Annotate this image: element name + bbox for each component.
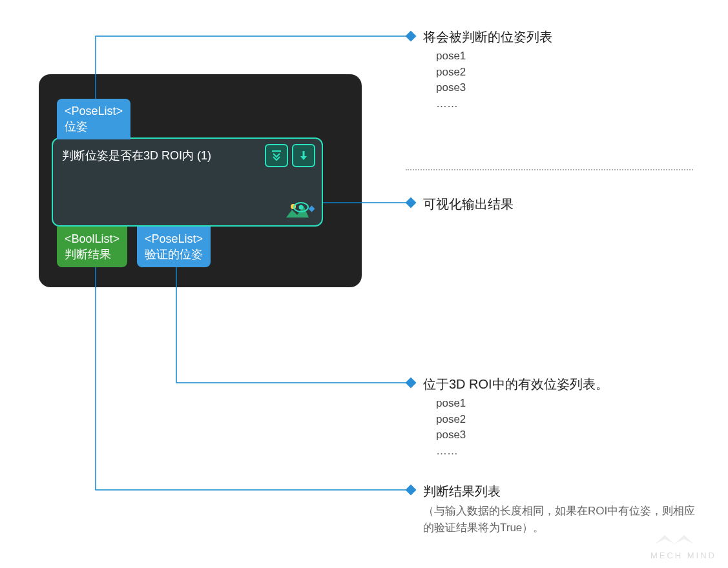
input-port-type: <PoseList>	[65, 103, 123, 119]
divider	[406, 169, 693, 170]
output-port-1-label: 判断结果	[65, 247, 120, 262]
annotation-bullet-1	[406, 31, 417, 42]
output-port-2-type: <PoseList>	[145, 231, 203, 247]
output-port-pose-list[interactable]: <PoseList> 验证的位姿	[137, 227, 211, 267]
visualization-icon-container[interactable]	[284, 201, 315, 220]
annotation-4-title: 判断结果列表	[423, 482, 701, 500]
double-chevron-down-icon	[270, 149, 283, 162]
arrow-down-icon	[297, 149, 310, 162]
watermark-logo-icon	[632, 532, 716, 547]
annotation-bullet-4	[406, 485, 417, 496]
svg-rect-0	[272, 150, 281, 152]
svg-rect-5	[309, 206, 315, 212]
watermark-text: MECH MIND	[632, 551, 716, 560]
annotation-3: 位于3D ROI中的有效位姿列表。 pose1 pose2 pose3 ……	[423, 375, 608, 460]
annotation-2: 可视化输出结果	[423, 195, 514, 213]
output-port-2-label: 验证的位姿	[145, 247, 203, 262]
annotation-bullet-2	[406, 198, 417, 208]
annotation-1-items: pose1 pose2 pose3 ……	[436, 48, 552, 112]
node-title: 判断位姿是否在3D ROI内 (1)	[62, 148, 211, 163]
annotation-bullet-3	[406, 378, 417, 389]
annotation-4-desc: （与输入数据的长度相同，如果在ROI中有位姿，则相应的验证结果将为True）。	[423, 503, 701, 536]
annotation-1-title: 将会被判断的位姿列表	[423, 28, 552, 46]
input-port-label: 位姿	[65, 119, 123, 134]
annotation-3-title: 位于3D ROI中的有效位姿列表。	[423, 375, 608, 393]
annotation-3-items: pose1 pose2 pose3 ……	[436, 396, 608, 460]
output-port-bool-list[interactable]: <BoolList> 判断结果	[57, 227, 127, 267]
execute-button[interactable]	[292, 144, 315, 167]
input-port-poselist[interactable]: <PoseList> 位姿	[57, 99, 130, 139]
annotation-1: 将会被判断的位姿列表 pose1 pose2 pose3 ……	[423, 28, 552, 112]
output-port-1-type: <BoolList>	[65, 231, 120, 247]
visualization-icon	[284, 201, 315, 220]
annotation-4: 判断结果列表 （与输入数据的长度相同，如果在ROI中有位姿，则相应的验证结果将为…	[423, 482, 701, 536]
watermark: MECH MIND	[632, 532, 716, 560]
annotation-2-title: 可视化输出结果	[423, 195, 514, 213]
node-body[interactable]: 判断位姿是否在3D ROI内 (1)	[52, 137, 323, 227]
svg-point-4	[299, 205, 304, 210]
collapse-button[interactable]	[265, 144, 288, 167]
